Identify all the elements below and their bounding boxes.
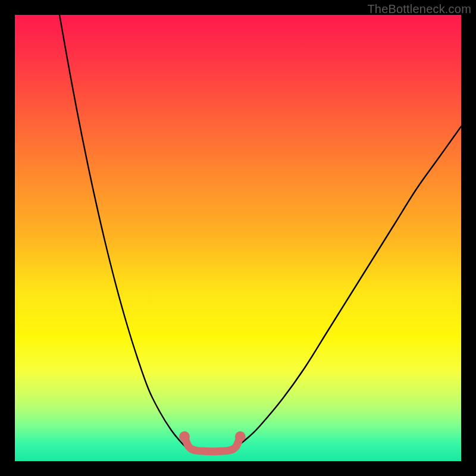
curves-layer	[15, 15, 461, 461]
plot-area	[15, 15, 461, 461]
left-curve	[60, 15, 191, 449]
right-curve	[231, 127, 461, 449]
highlight-band	[184, 437, 240, 452]
highlight-endpoint-left	[179, 431, 190, 442]
watermark-label: TheBottleneck.com	[367, 2, 471, 16]
chart-frame: TheBottleneck.com	[0, 0, 476, 476]
highlight-endpoint-right	[235, 431, 246, 442]
